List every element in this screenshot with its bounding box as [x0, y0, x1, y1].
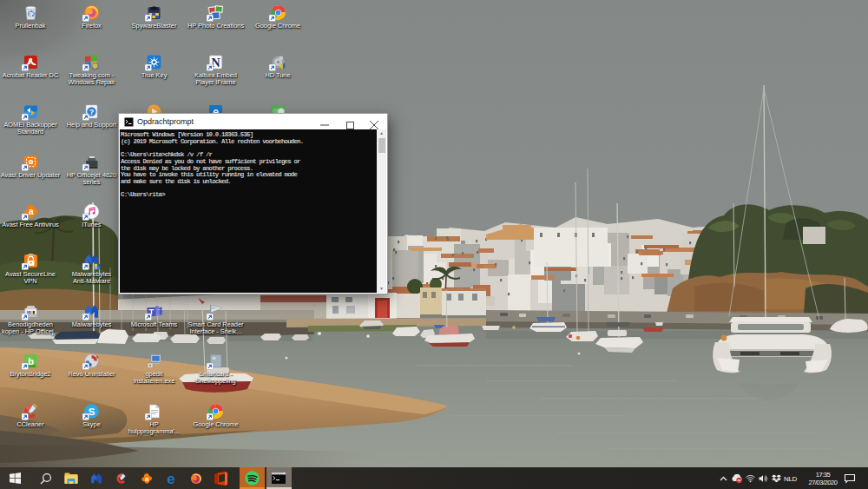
svg-text:e: e [167, 472, 174, 486]
svg-text:a: a [29, 207, 34, 216]
svg-text:?: ? [89, 108, 94, 116]
svg-text:S: S [89, 406, 95, 417]
